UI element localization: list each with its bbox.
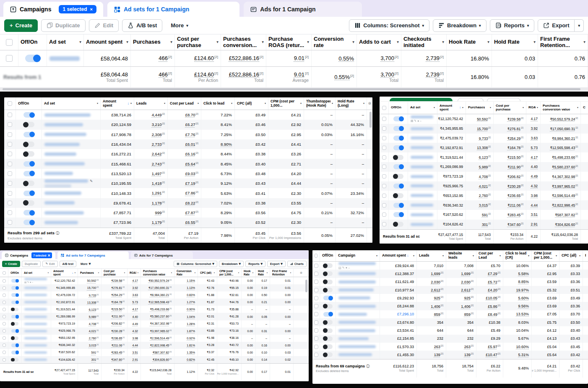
row-checkbox[interactable] [8, 113, 12, 117]
tab-adsets[interactable]: Ad sets for 7 Campaigns [57, 252, 129, 259]
column-header[interactable]: Cost per purchase▾ [101, 269, 127, 277]
blurred-ad-set-name[interactable] [411, 175, 433, 178]
row-checkbox[interactable] [3, 308, 6, 311]
row-toggle[interactable] [323, 344, 333, 349]
column-header[interactable]: Ad set▾ [22, 269, 51, 277]
row-toggle[interactable] [23, 132, 34, 137]
row-checkbox[interactable] [382, 155, 386, 160]
blurred-ad-set-name[interactable] [44, 172, 73, 175]
column-header[interactable]: Amount spent↓▾ [51, 269, 78, 277]
blurred-ad-set-name[interactable] [24, 351, 47, 354]
row-toggle[interactable] [23, 220, 34, 225]
select-all-checkbox[interactable] [315, 254, 317, 258]
column-header[interactable]: Purchases conversion value▾ [141, 269, 174, 277]
column-header[interactable]: Leads▾ [134, 97, 168, 110]
export-button[interactable]: Export [538, 19, 575, 32]
ab-test-button[interactable]: A/B test [60, 261, 76, 267]
column-header[interactable]: Leads▾ [417, 250, 446, 261]
blurred-ad-set-name[interactable] [411, 146, 433, 149]
row-toggle[interactable] [393, 155, 403, 160]
column-header[interactable]: CPC (all)▾ [235, 97, 268, 110]
blurred-campaign-name[interactable] [338, 305, 376, 308]
edit-button[interactable]: Edit [89, 19, 119, 32]
row-checkbox[interactable] [314, 353, 318, 357]
row-toggle[interactable] [23, 171, 34, 176]
row-toggle[interactable] [11, 279, 18, 283]
blurred-ad-set-name[interactable] [411, 136, 433, 139]
blurred-ad-set-name[interactable] [24, 287, 47, 289]
column-header[interactable]: Cost per purchase▾ [494, 102, 526, 114]
row-toggle[interactable] [11, 322, 18, 326]
column-header[interactable]: First Frame Retention...▾ [538, 34, 588, 50]
column-header[interactable]: Campaign▾ [336, 250, 380, 261]
row-toggle[interactable] [323, 280, 333, 284]
blurred-ad-set-name[interactable] [411, 127, 433, 130]
create-button-clipped[interactable] [390, 98, 453, 102]
blurred-ad-set-name[interactable] [24, 323, 47, 325]
row-checkbox[interactable] [8, 220, 12, 225]
blurred-campaign-name[interactable] [338, 272, 376, 275]
row-checkbox[interactable] [6, 55, 13, 62]
toolbar-button-clipped[interactable] [487, 98, 520, 102]
blurred-ad-set-name[interactable] [44, 221, 78, 224]
blurred-ad-set-name[interactable] [44, 179, 88, 183]
row-toggle[interactable] [23, 191, 34, 196]
blurred-ad-set-name[interactable] [24, 278, 47, 280]
metric-value[interactable]: £7,296.10 [397, 312, 414, 316]
blurred-ad-set-name[interactable] [24, 344, 47, 346]
row-toggle[interactable] [11, 336, 18, 340]
column-header[interactable]: Click to lead (CR)▾ [503, 250, 532, 261]
column-header[interactable]: Hold Rate (Long)▾ [336, 97, 367, 110]
row-toggle[interactable] [323, 336, 333, 341]
clear-selection-icon[interactable]: × [90, 7, 93, 12]
blurred-campaign-name[interactable] [338, 262, 376, 265]
blurred-campaign-name[interactable] [338, 296, 370, 299]
row-toggle[interactable] [11, 308, 18, 312]
row-checkbox[interactable] [314, 296, 318, 300]
row-toggle[interactable] [23, 200, 34, 206]
blurred-ad-set-name[interactable] [44, 133, 86, 136]
more-button[interactable]: More▾ [78, 261, 93, 267]
blurred-ad-set-name[interactable] [44, 191, 81, 195]
reports-button[interactable]: Reports▾ [245, 261, 265, 267]
column-header[interactable]: ROAS▾ [526, 102, 541, 114]
row-checkbox[interactable] [314, 272, 318, 276]
row-checkbox[interactable] [382, 194, 386, 198]
row-checkbox[interactable] [8, 162, 12, 166]
row-checkbox[interactable] [314, 345, 318, 349]
row-toggle[interactable] [11, 343, 18, 347]
column-header[interactable]: Cost per Lead▾ [168, 97, 201, 110]
column-header[interactable]: Purchase ROAS (retur...▾ [266, 34, 312, 50]
ab-test-button[interactable]: A/B test [122, 19, 162, 32]
row-checkbox[interactable] [314, 320, 318, 325]
blurred-ad-set-name[interactable] [24, 308, 47, 310]
column-header[interactable]: Purchases▾ [131, 34, 175, 50]
blurred-ad-set-name[interactable] [411, 165, 433, 168]
blurred-ad-set-name[interactable] [411, 184, 433, 187]
row-toggle[interactable] [393, 136, 403, 141]
blurred-ad-set-name[interactable] [411, 156, 433, 159]
row-toggle[interactable] [25, 55, 40, 62]
column-header[interactable]: Off/On [389, 102, 408, 114]
row-toggle[interactable] [23, 181, 34, 186]
row-checkbox[interactable] [3, 358, 6, 362]
selected-count-badge[interactable]: 7 selected× [31, 252, 52, 258]
row-checkbox[interactable] [8, 191, 12, 196]
blurred-ad-set-name[interactable] [24, 301, 47, 303]
column-header[interactable]: Conversion Rate▾ [174, 269, 198, 277]
row-checkbox[interactable] [8, 142, 12, 147]
blurred-ad-set-name[interactable] [44, 113, 91, 117]
add-column-button[interactable]: ⊕ [294, 269, 309, 277]
column-header[interactable]: Off/On [16, 97, 42, 110]
row-toggle[interactable] [393, 212, 403, 217]
row-toggle[interactable] [11, 286, 18, 290]
column-header[interactable]: Cost per purchase▾ [175, 34, 221, 50]
row-checkbox[interactable] [382, 136, 386, 140]
clear-selection-icon[interactable]: × [48, 253, 50, 258]
column-header[interactable]: Off/On [8, 269, 22, 277]
blurred-ad-set-name[interactable] [44, 143, 80, 146]
row-checkbox[interactable] [3, 294, 6, 297]
row-toggle[interactable] [23, 112, 34, 118]
blurred-campaign-name[interactable] [338, 329, 375, 332]
breakdown-button[interactable]: Breakdown▾ [219, 261, 244, 267]
